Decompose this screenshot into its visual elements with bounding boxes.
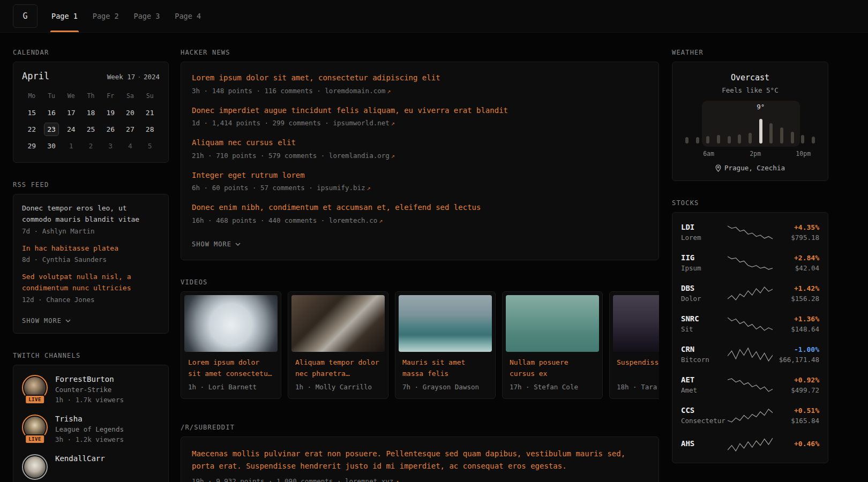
video-thumbnail[interactable] [613,295,659,352]
video-card[interactable]: Mauris sit amet massa felis 7h · Grayson… [395,291,496,399]
weather-hour-bar [769,123,773,144]
weather-bars [685,111,815,144]
calendar-day-header: Su [146,92,154,100]
weather-hour-bar [812,137,815,144]
weather-hour-bar [780,127,783,144]
calendar-day: 19 [103,106,118,119]
weather-box: Overcast Feels like 5°C 9° 6am 2pm 10pm [672,62,828,181]
video-card[interactable]: Suspendisse diam 18h · Tara [609,291,659,399]
channel-meta: 1h · 1.7k viewers [55,396,124,404]
external-link-icon: ↗ [387,87,391,95]
stock-symbol[interactable]: DBS [681,284,728,292]
rss-item[interactable]: Donec tempor eros leo, ut commodo mauris… [22,203,160,235]
calendar-day: 4 [123,139,138,153]
video-card[interactable]: Aliquam tempor dolor nec pharetra… 1h · … [288,291,388,399]
videos-section-title: VIDEOS [181,278,659,286]
hn-story[interactable]: Integer eget rutrum lorem 6h · 60 points… [192,170,648,192]
calendar-week-year: Week 17·2024 [107,73,160,81]
stocks-widget: STOCKS LDILorem +4.35%$795.18 IIGIpsum +… [672,199,828,463]
tab-page-1[interactable]: Page 1 [44,0,85,32]
avatar [22,454,48,480]
hn-story-title[interactable]: Integer eget rutrum lorem [192,170,648,181]
twitch-channel[interactable]: KendallCarr [22,454,160,480]
stock-row[interactable]: CCSConsectetur +0.51%$165.84 [681,400,819,431]
stock-change: +0.46% [773,440,819,448]
stock-row[interactable]: IIGIpsum +2.84%$42.04 [681,247,819,278]
video-thumbnail[interactable] [184,295,278,352]
calendar-day-header: Th [87,92,95,100]
stock-row[interactable]: LDILorem +4.35%$795.18 [681,217,819,247]
twitch-channel[interactable]: LIVE Trisha League of Legends 3h · 1.2k … [22,415,160,443]
stock-row[interactable]: SNRCSit +1.36%$148.64 [681,308,819,339]
stock-symbol[interactable]: AET [681,375,728,384]
tab-page-3[interactable]: Page 3 [126,0,168,32]
rss-item[interactable]: In hac habitasse platea 8d · Cynthia Sau… [22,243,160,264]
subreddit-post-title[interactable]: Maecenas mollis pulvinar erat non posuer… [192,448,648,472]
avatar: LIVE [22,375,48,401]
rss-show-more-button[interactable]: SHOW MORE [22,317,71,325]
video-title[interactable]: Mauris sit amet massa felis [402,357,488,380]
tab-page-2[interactable]: Page 2 [85,0,126,32]
channel-name[interactable]: ForrestBurton [55,375,124,383]
rss-item-title[interactable]: In hac habitasse platea [22,243,160,254]
calendar-day: 26 [103,123,118,136]
calendar-day: 15 [24,106,39,119]
stock-symbol[interactable]: CRN [681,345,728,353]
stock-row[interactable]: CRNBitcorn -1.00%$66,171.48 [681,339,819,370]
video-title[interactable]: Suspendisse diam [617,357,659,380]
stock-symbol[interactable]: LDI [681,223,728,231]
stock-symbol[interactable]: AHS [681,439,728,448]
channel-name[interactable]: Trisha [55,415,124,423]
stock-sparkline [728,408,773,424]
stock-symbol[interactable]: CCS [681,406,728,415]
stock-symbol[interactable]: IIG [681,253,728,262]
calendar-day-headers: MoTuWeThFrSaSu [22,92,160,100]
hn-story-title[interactable]: Donec enim nibh, condimentum et accumsan… [192,202,648,213]
video-card[interactable]: Nullam posuere cursus ex 17h · Stefan Co… [502,291,603,399]
stock-change: +2.84% [773,254,819,262]
twitch-channel[interactable]: LIVE ForrestBurton Counter-Strike 1h · 1… [22,375,160,404]
weather-time-labels: 6am 2pm 10pm [685,150,815,157]
stock-sparkline [728,285,773,302]
video-title[interactable]: Aliquam tempor dolor nec pharetra… [295,357,381,380]
stock-price: $156.28 [773,295,819,303]
rss-item-title[interactable]: Sed volutpat nulla nisl, a condimentum n… [22,272,160,294]
hn-story[interactable]: Lorem ipsum dolor sit amet, consectetur … [192,73,648,95]
calendar-day: 27 [123,123,138,136]
video-meta: 18h · Tara [617,383,659,391]
hn-story-title[interactable]: Aliquam nec cursus elit [192,138,648,148]
video-card[interactable]: Lorem ipsum dolor sit amet consectetu… 1… [181,291,281,399]
calendar-header: April Week 17·2024 [22,71,160,81]
calendar-day: 18 [83,106,98,119]
video-thumbnail[interactable] [506,295,599,352]
stock-sparkline [728,255,773,271]
hn-story[interactable]: Donec imperdiet augue tincidunt felis al… [192,106,648,127]
rss-item-title[interactable]: Donec tempor eros leo, ut commodo mauris… [22,203,160,225]
channel-category: Counter-Strike [55,386,124,394]
stock-symbol[interactable]: SNRC [681,314,728,323]
video-title[interactable]: Lorem ipsum dolor sit amet consectetu… [188,357,274,380]
hn-story-title[interactable]: Lorem ipsum dolor sit amet, consectetur … [192,73,648,84]
weather-hour-bar [728,136,731,144]
stock-row[interactable]: AHS +0.46% [681,431,819,458]
stock-row[interactable]: DBSDolor +1.42%$156.28 [681,278,819,308]
external-link-icon: ↗ [391,119,395,127]
rss-item-meta: 12d · Chance Jones [22,296,160,304]
channel-name[interactable]: KendallCarr [55,454,105,463]
hn-show-more-button[interactable]: SHOW MORE [192,240,241,248]
separator-dot: · [137,73,141,81]
video-title[interactable]: Nullam posuere cursus ex [510,357,595,380]
hn-story[interactable]: Donec enim nibh, condimentum et accumsan… [192,202,648,224]
video-thumbnail[interactable] [399,295,492,352]
tab-page-4[interactable]: Page 4 [167,0,208,32]
hn-story[interactable]: Aliquam nec cursus elit 21h · 710 points… [192,138,648,160]
stock-price: $66,171.48 [773,356,819,364]
calendar-day: 22 [24,123,39,136]
weather-hour-bar [801,135,804,144]
subreddit-widget: /R/SUBREDDIT Maecenas mollis pulvinar er… [181,424,659,482]
hn-story-title[interactable]: Donec imperdiet augue tincidunt felis al… [192,106,648,116]
app-logo[interactable]: G [13,4,38,28]
rss-item[interactable]: Sed volutpat nulla nisl, a condimentum n… [22,272,160,304]
video-thumbnail[interactable] [291,295,385,352]
stock-row[interactable]: AETAmet +0.92%$499.72 [681,370,819,400]
